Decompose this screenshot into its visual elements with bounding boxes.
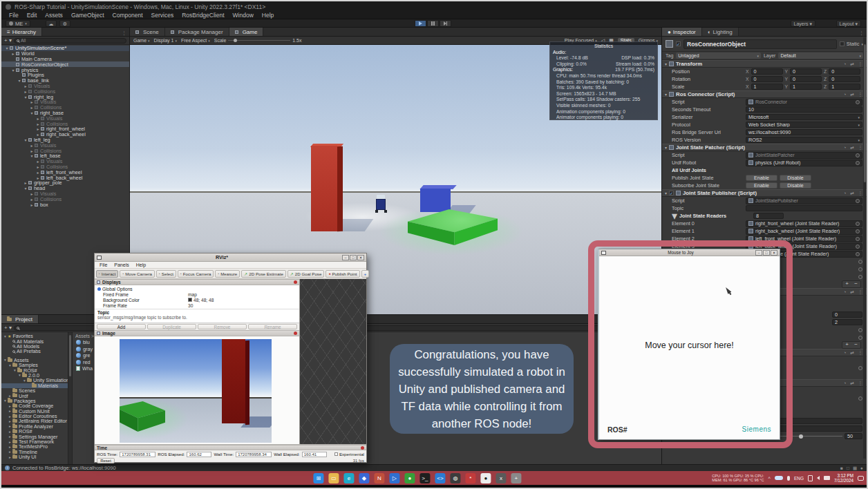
- expand-arrow-icon[interactable]: ▾: [23, 137, 28, 142]
- menu-gameobject[interactable]: GameObject: [68, 12, 108, 19]
- edge-browser-icon[interactable]: e: [343, 473, 354, 483]
- tools-icon[interactable]: x: [496, 473, 506, 483]
- value-field[interactable]: 2: [832, 319, 862, 325]
- hierarchy-item[interactable]: Plugins: [1, 73, 129, 78]
- axis-field[interactable]: 0: [829, 68, 860, 75]
- axis-field[interactable]: 0: [829, 76, 860, 82]
- microphone-icon[interactable]: [787, 476, 790, 481]
- value-field[interactable]: [746, 205, 862, 211]
- expand-arrow-icon[interactable]: ▸: [8, 394, 12, 398]
- add-asset-button[interactable]: + ▾: [4, 325, 12, 331]
- object-picker-icon[interactable]: [858, 366, 862, 370]
- object-reference-field[interactable]: RosConnector: [746, 99, 862, 106]
- object-picker-icon[interactable]: [858, 328, 862, 332]
- hierarchy-item[interactable]: ▸gripper_pole: [1, 180, 129, 186]
- panel-menu-icon[interactable]: ⋮: [122, 30, 129, 36]
- value-field[interactable]: ws://localhost:9090: [746, 129, 862, 135]
- rviz-tool-2d-goal-pose[interactable]: ↗2D Goal Pose: [287, 270, 325, 278]
- menu-file[interactable]: File: [6, 12, 22, 19]
- tab-project[interactable]: Project: [1, 315, 39, 323]
- reset-button[interactable]: Reset: [97, 458, 115, 463]
- expand-arrow-icon[interactable]: ▾: [12, 368, 17, 372]
- axis-field[interactable]: 0: [790, 68, 822, 75]
- object-reference-field[interactable]: right_back_wheel (Joint State Reader): [746, 228, 862, 235]
- expand-arrow-icon[interactable]: ▸: [8, 440, 12, 444]
- array-size-field[interactable]: 8: [753, 213, 784, 219]
- folder-icon[interactable]: [824, 476, 830, 480]
- add-object-button[interactable]: + ▾: [4, 37, 12, 44]
- project-item[interactable]: ▸Unity UI: [1, 454, 68, 459]
- image-panel-header[interactable]: Image: [95, 330, 299, 336]
- duplicate-button[interactable]: Duplicate: [147, 324, 196, 329]
- display-dropdown[interactable]: Display 1▾: [154, 38, 177, 43]
- object-picker-icon[interactable]: [858, 396, 862, 401]
- layout-dropdown[interactable]: Layout ▾: [836, 20, 862, 27]
- start-icon[interactable]: ⊞: [313, 473, 323, 483]
- active-checkbox[interactable]: ✓: [676, 41, 681, 46]
- project-item[interactable]: Scenes: [1, 388, 68, 393]
- expand-arrow-icon[interactable]: ▸: [35, 122, 41, 126]
- value-field[interactable]: 10: [746, 106, 862, 113]
- display-value[interactable]: map: [188, 292, 197, 297]
- expand-arrow-icon[interactable]: ▾: [29, 153, 35, 158]
- tab-lighting[interactable]: ◐ Lighting: [702, 28, 739, 36]
- expand-arrow-icon[interactable]: ▸: [8, 404, 12, 408]
- title-bar[interactable]: ROS-Sharp Tutorial - UnitySimulationScen…: [1, 1, 867, 12]
- layer-dropdown[interactable]: Default▾: [778, 52, 863, 59]
- time-field-value[interactable]: 1720789958.34: [236, 452, 272, 457]
- expand-arrow-icon[interactable]: ▸: [29, 197, 35, 202]
- menu-assets[interactable]: Assets: [41, 12, 66, 19]
- rviz-menu-help[interactable]: Help: [133, 262, 149, 267]
- value-dropdown[interactable]: ROS2▾: [746, 137, 862, 143]
- display-value[interactable]: 48; 48; 48: [188, 298, 214, 303]
- expand-arrow-icon[interactable]: ▸: [8, 414, 12, 419]
- axis-field[interactable]: 1: [790, 84, 822, 90]
- rename-button[interactable]: Rename: [248, 324, 297, 329]
- inspector-scrollbar[interactable]: [863, 37, 866, 459]
- object-picker-icon[interactable]: [856, 229, 860, 233]
- hierarchy-item[interactable]: RosConnectorObject: [1, 61, 129, 67]
- remove-element-button[interactable]: −: [851, 342, 860, 348]
- component-options-icons[interactable]: ◔ ⇄ ⋮: [844, 191, 864, 196]
- display-row[interactable]: Global Options: [95, 286, 299, 291]
- scale-slider[interactable]: Scale 1.5x: [214, 38, 302, 43]
- hierarchy-item[interactable]: ▸Visuals: [1, 99, 129, 105]
- hierarchy-item[interactable]: ▸Visuals: [1, 84, 129, 89]
- object-picker-icon[interactable]: [858, 275, 862, 279]
- slider-value-field[interactable]: 50: [845, 433, 862, 439]
- expand-arrow-icon[interactable]: ▾: [17, 78, 22, 83]
- time-field-value[interactable]: 160.62: [187, 452, 211, 457]
- expand-arrow-icon[interactable]: ▸: [8, 445, 12, 449]
- cloud-button[interactable]: ☁: [46, 20, 57, 27]
- hierarchy-item[interactable]: ▾UnitySimulationScene*: [1, 46, 129, 51]
- rviz-3d-view[interactable]: [300, 279, 366, 444]
- status-icons[interactable]: ■□▦●: [840, 466, 863, 471]
- expand-arrow-icon[interactable]: ▸: [23, 89, 28, 94]
- tag-dropdown[interactable]: Untagged▾: [676, 52, 761, 59]
- hierarchy-item[interactable]: ▸box: [1, 202, 129, 207]
- expand-arrow-icon[interactable]: ▸: [35, 164, 41, 169]
- expand-arrow-icon[interactable]: ▾: [17, 373, 22, 377]
- expand-arrow-icon[interactable]: ▸: [29, 99, 35, 104]
- vscode-icon[interactable]: <>: [435, 473, 445, 483]
- rviz-tool-select[interactable]: ▪Select: [156, 270, 176, 278]
- object-reference-field[interactable]: left_front_wheel (Joint State Reader): [746, 236, 862, 242]
- expand-arrow-icon[interactable]: ▸: [29, 202, 35, 207]
- expand-arrow-icon[interactable]: ▾: [23, 186, 28, 191]
- axis-field[interactable]: 1: [829, 84, 860, 90]
- add-button[interactable]: Add: [97, 324, 146, 329]
- expand-arrow-icon[interactable]: ▾: [10, 68, 16, 73]
- expand-arrow-icon[interactable]: ▾: [22, 378, 27, 383]
- hierarchy-item[interactable]: ▾right_base: [1, 111, 129, 116]
- expand-arrow-icon[interactable]: ▸: [29, 105, 35, 110]
- component-checkbox[interactable]: ✓: [669, 191, 674, 195]
- account-button[interactable]: ME ▾: [6, 20, 30, 27]
- file-explorer-icon[interactable]: ▭: [328, 473, 339, 483]
- expand-arrow-icon[interactable]: ▸: [10, 51, 16, 56]
- project-scrollbar[interactable]: [68, 332, 72, 464]
- hierarchy-item[interactable]: ▸Visuals: [1, 191, 129, 197]
- hierarchy-item[interactable]: ▾right_leg: [1, 94, 129, 99]
- device-icon[interactable]: [808, 475, 813, 481]
- hierarchy-item[interactable]: ▸Visuals: [1, 142, 129, 148]
- turtlesim-icon[interactable]: ●: [404, 473, 415, 483]
